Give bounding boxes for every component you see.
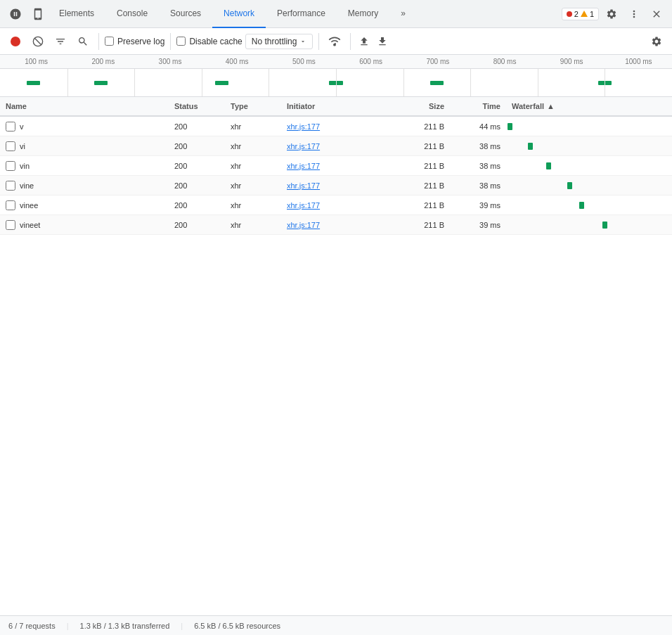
waterfall-bar	[579, 202, 584, 209]
waterfall-bar	[567, 182, 572, 189]
initiator-link[interactable]: xhr.js:177	[287, 201, 320, 210]
cell-waterfall	[506, 195, 672, 215]
header-initiator[interactable]: Initiator	[281, 102, 394, 110]
row-checkbox[interactable]	[6, 141, 15, 151]
timeline-minibar-0	[27, 81, 40, 85]
inspect-icon[interactable]	[6, 4, 25, 24]
toolbar-separator-2	[170, 33, 171, 50]
table-header: Name Status Type Initiator Size Time Wat…	[0, 97, 672, 117]
disable-cache-checkbox[interactable]	[176, 37, 186, 46]
timeline-label-5: 600 ms	[337, 55, 404, 68]
cell-type: xhr	[225, 201, 281, 210]
initiator-link[interactable]: xhr.js:177	[287, 181, 320, 190]
row-checkbox[interactable]	[6, 200, 15, 210]
cell-time: 39 ms	[450, 221, 506, 229]
error-warning-badge[interactable]: 2 1	[562, 8, 599, 20]
cell-waterfall	[506, 156, 672, 176]
tab-memory[interactable]: Memory	[337, 0, 389, 28]
initiator-link[interactable]: xhr.js:177	[287, 142, 320, 150]
network-toolbar: Preserve log Disable cache No throttling	[0, 28, 672, 55]
filter-button[interactable]	[51, 32, 70, 51]
toolbar-separator-1	[98, 33, 99, 50]
cell-status: 200	[169, 181, 225, 190]
preserve-log-checkbox[interactable]	[105, 37, 114, 46]
row-checkbox[interactable]	[6, 181, 15, 191]
timeline-minibar-2	[215, 81, 228, 85]
timeline-minibar-1	[94, 81, 108, 85]
cell-size: 211 B	[394, 181, 450, 190]
timeline-label-0: 100 ms	[3, 55, 70, 68]
table-row[interactable]: vin 200 xhr xhr.js:177 211 B 38 ms	[0, 156, 672, 176]
search-button[interactable]	[73, 32, 93, 51]
close-icon[interactable]	[647, 4, 666, 24]
table-row[interactable]: vinee 200 xhr xhr.js:177 211 B 39 ms	[0, 195, 672, 215]
cell-name: vineet	[0, 220, 169, 230]
cell-status: 200	[169, 221, 225, 229]
tab-elements[interactable]: Elements	[48, 0, 105, 28]
cell-name: v	[0, 122, 169, 132]
tab-sources[interactable]: Sources	[159, 0, 212, 28]
table-row[interactable]: vine 200 xhr xhr.js:177 211 B 38 ms	[0, 176, 672, 195]
table-body: v 200 xhr xhr.js:177 211 B 44 ms vi 200 …	[0, 117, 672, 615]
timeline-gridline-7	[538, 69, 538, 97]
export-button[interactable]	[375, 34, 390, 49]
row-checkbox[interactable]	[6, 161, 15, 171]
cell-status: 200	[169, 142, 225, 150]
tab-performance[interactable]: Performance	[266, 0, 337, 28]
waterfall-bar	[546, 162, 551, 169]
cell-name: vine	[0, 181, 169, 191]
initiator-link[interactable]: xhr.js:177	[287, 162, 320, 170]
header-name[interactable]: Name	[0, 102, 169, 110]
cell-type: xhr	[225, 142, 281, 150]
record-button[interactable]	[6, 32, 25, 51]
network-settings-icon[interactable]	[647, 32, 666, 51]
timeline-gridline-5	[403, 69, 404, 97]
cell-initiator: xhr.js:177	[281, 142, 394, 150]
more-options-icon[interactable]	[624, 4, 644, 24]
timeline-label-8: 900 ms	[538, 55, 605, 68]
cell-waterfall	[506, 117, 672, 136]
table-row[interactable]: v 200 xhr xhr.js:177 211 B 44 ms	[0, 117, 672, 136]
devtools-icons	[6, 4, 48, 24]
tab-bar-right: 2 1	[562, 4, 666, 24]
cell-time: 44 ms	[450, 122, 506, 131]
timeline-label-4: 500 ms	[271, 55, 337, 68]
preserve-log-label[interactable]: Preserve log	[105, 37, 164, 46]
initiator-link[interactable]: xhr.js:177	[287, 122, 320, 131]
timeline-gridline-8	[605, 69, 605, 97]
tab-bar: Elements Console Sources Network Perform…	[0, 0, 672, 28]
table-row[interactable]: vi 200 xhr xhr.js:177 211 B 38 ms	[0, 136, 672, 156]
cell-waterfall	[506, 176, 672, 195]
import-button[interactable]	[356, 34, 372, 49]
header-time[interactable]: Time	[450, 102, 506, 110]
device-toggle-icon[interactable]	[28, 4, 48, 24]
tab-more[interactable]: »	[389, 0, 417, 28]
main-tabs: Elements Console Sources Network Perform…	[48, 0, 562, 28]
cell-initiator: xhr.js:177	[281, 181, 394, 190]
header-status[interactable]: Status	[169, 102, 225, 110]
svg-point-2	[334, 44, 335, 45]
clear-button[interactable]	[28, 32, 48, 51]
row-checkbox[interactable]	[6, 122, 15, 132]
cell-status: 200	[169, 201, 225, 210]
tab-network[interactable]: Network	[212, 0, 266, 28]
header-size[interactable]: Size	[394, 102, 450, 110]
disable-cache-label[interactable]: Disable cache	[176, 37, 242, 46]
settings-gear-icon[interactable]	[602, 4, 621, 24]
throttle-dropdown[interactable]: No throttling	[245, 34, 314, 49]
tab-console[interactable]: Console	[105, 0, 159, 28]
header-waterfall[interactable]: Waterfall ▲	[506, 102, 672, 110]
row-checkbox[interactable]	[6, 220, 15, 230]
record-circle-icon	[11, 37, 20, 46]
table-row[interactable]: vineet 200 xhr xhr.js:177 211 B 39 ms	[0, 215, 672, 235]
header-type[interactable]: Type	[225, 102, 281, 110]
timeline-minibar-4	[430, 81, 444, 85]
initiator-link[interactable]: xhr.js:177	[287, 221, 320, 229]
timeline-label-9: 1000 ms	[605, 55, 672, 68]
sort-arrow-icon: ▲	[547, 102, 555, 110]
warning-dot	[581, 11, 588, 17]
network-condition-icon[interactable]	[325, 32, 344, 51]
timeline-gridline-1	[134, 69, 135, 97]
timeline-label-6: 700 ms	[404, 55, 471, 68]
cell-name: vin	[0, 161, 169, 171]
